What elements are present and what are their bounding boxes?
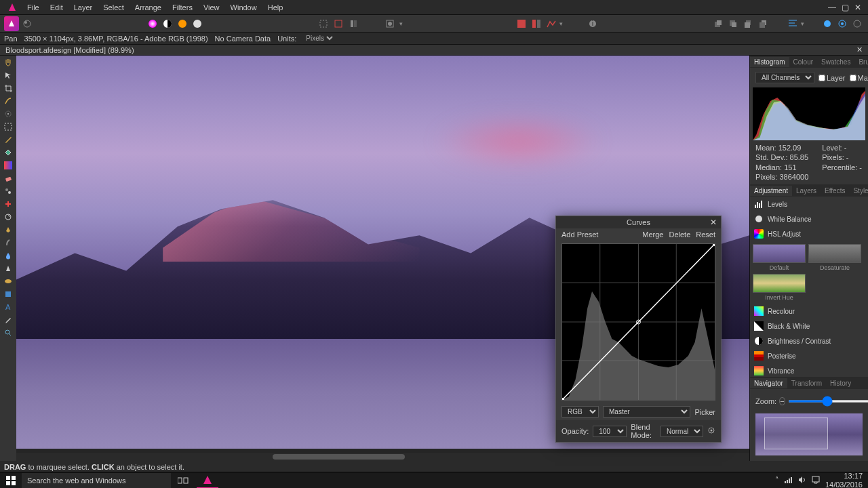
dodge-tool-icon[interactable]	[2, 211, 14, 222]
zoom-slider[interactable]	[788, 400, 868, 403]
curves-titlebar[interactable]: Curves ✕	[556, 216, 721, 228]
arrange-1-icon[interactable]	[711, 17, 725, 30]
blur-tool-icon[interactable]	[2, 250, 14, 261]
grid-3-icon[interactable]	[545, 17, 558, 30]
paint-brush-icon[interactable]	[2, 134, 14, 145]
tab-colour[interactable]: Colour	[789, 57, 817, 67]
zoom-out-icon[interactable]: −	[779, 397, 785, 405]
menu-layer[interactable]: Layer	[68, 1, 98, 14]
opacity-value[interactable]: 100 %	[593, 426, 627, 437]
arrange-2-icon[interactable]	[726, 17, 740, 30]
maximize-icon[interactable]: ▢	[842, 3, 849, 12]
adj-brightness-contrast[interactable]: Brightness / Contrast	[750, 333, 868, 348]
info-icon[interactable]: i	[586, 17, 599, 30]
tab-history[interactable]: History	[826, 378, 855, 388]
adj-posterise[interactable]: Posterise	[750, 348, 868, 363]
quick-mask-icon[interactable]	[383, 17, 397, 30]
minimize-icon[interactable]: —	[828, 3, 836, 12]
start-button[interactable]	[0, 472, 22, 489]
tray-volume-icon[interactable]	[798, 476, 806, 485]
menu-window[interactable]: Window	[225, 1, 262, 14]
curves-channel-select[interactable]: RGB	[561, 406, 599, 418]
tab-brushes[interactable]: Brushes	[854, 57, 868, 67]
curves-master-select[interactable]: Master	[603, 406, 690, 418]
color-circle-2-icon[interactable]	[191, 17, 204, 30]
flood-select-icon[interactable]	[2, 108, 14, 119]
blend-mode-select[interactable]: Normal	[660, 426, 703, 437]
menu-select[interactable]: Select	[98, 1, 130, 14]
zoom-tool-icon[interactable]	[2, 327, 14, 338]
dropdown-arrow-3-icon[interactable]: ▾	[801, 20, 804, 27]
text-tool-icon[interactable]: A	[2, 302, 14, 312]
preset-invert-hue[interactable]: Invert Hue	[753, 274, 806, 301]
color-wheel-icon[interactable]	[146, 17, 159, 30]
snap-2-icon[interactable]	[835, 17, 849, 30]
color-picker-icon[interactable]	[2, 314, 14, 325]
adj-black-white[interactable]: Black & White	[750, 319, 868, 333]
curves-delete[interactable]: Delete	[669, 230, 690, 239]
tab-effects[interactable]: Effects	[821, 186, 849, 196]
color-circle-1-icon[interactable]	[176, 17, 189, 30]
curves-close-icon[interactable]: ✕	[710, 218, 717, 227]
shape-tool-icon[interactable]	[2, 289, 14, 300]
tab-layers[interactable]: Layers	[792, 186, 821, 196]
smudge-tool-icon[interactable]	[2, 237, 14, 248]
arrange-4-icon[interactable]	[756, 17, 770, 30]
adj-vibrance[interactable]: Vibrance	[750, 363, 868, 377]
crop-tool-icon[interactable]	[2, 83, 14, 94]
curves-settings-icon[interactable]	[707, 426, 715, 436]
gradient-tool-icon[interactable]	[2, 160, 14, 171]
adj-hsl[interactable]: HSL Adjust	[750, 226, 868, 241]
adj-levels[interactable]: Levels	[750, 197, 868, 211]
document-close-icon[interactable]: ✕	[856, 45, 863, 54]
taskbar-clock[interactable]: 13:17 14/03/2016	[825, 472, 863, 488]
tray-notifications-icon[interactable]	[812, 476, 820, 485]
selection-brush-icon[interactable]	[2, 96, 14, 106]
histogram-marquee-checkbox[interactable]	[850, 75, 856, 81]
move-tool-icon[interactable]	[2, 70, 14, 81]
tray-network-icon[interactable]	[785, 476, 793, 485]
tray-up-icon[interactable]: ˄	[775, 476, 779, 485]
snap-1-icon[interactable]	[821, 17, 834, 30]
selection-tool-1-icon[interactable]	[317, 17, 330, 30]
hand-tool-icon[interactable]	[2, 57, 14, 68]
split-bw-icon[interactable]	[161, 17, 174, 30]
dropdown-arrow-2-icon[interactable]: ▾	[559, 20, 563, 27]
curves-merge[interactable]: Merge	[642, 230, 663, 239]
selection-tool-2-icon[interactable]	[332, 17, 345, 30]
preset-desaturate[interactable]: Desaturate	[808, 244, 861, 271]
horizontal-scrollbar[interactable]	[16, 453, 749, 461]
fill-tool-icon[interactable]	[2, 147, 14, 158]
curves-reset[interactable]: Reset	[696, 230, 715, 239]
menu-arrange[interactable]: Arrange	[130, 1, 167, 14]
adj-white-balance[interactable]: White Balance	[750, 211, 868, 226]
document-tab[interactable]: Bloodsport.afdesign [Modified] (89.9%) ✕	[0, 45, 868, 56]
clone-tool-icon[interactable]	[2, 186, 14, 197]
tab-styles[interactable]: Styles	[849, 186, 868, 196]
preset-default[interactable]: Default	[753, 244, 806, 271]
dropdown-arrow-icon[interactable]: ▾	[399, 20, 403, 27]
taskbar-app-affinity[interactable]	[197, 472, 218, 489]
tab-histogram[interactable]: Histogram	[750, 57, 789, 67]
align-icon[interactable]	[786, 17, 800, 30]
marquee-tool-icon[interactable]	[2, 121, 14, 132]
navigator-preview[interactable]	[755, 413, 863, 455]
snap-3-icon[interactable]	[850, 17, 864, 30]
menu-edit[interactable]: Edit	[45, 1, 68, 14]
arrange-3-icon[interactable]	[741, 17, 755, 30]
persona-liquify-icon[interactable]	[20, 17, 34, 30]
units-select[interactable]: Pixels	[303, 34, 335, 43]
persona-photo-icon[interactable]	[4, 16, 19, 31]
tab-transform[interactable]: Transform	[787, 378, 826, 388]
adj-recolour[interactable]: Recolour	[750, 304, 868, 319]
curves-add-preset[interactable]: Add Preset	[561, 230, 598, 239]
taskbar-search[interactable]: Search the web and Windows	[22, 473, 171, 488]
curves-graph[interactable]	[561, 243, 715, 401]
tab-adjustment[interactable]: Adjustment	[750, 186, 792, 196]
menu-file[interactable]: File	[22, 1, 45, 14]
menu-filters[interactable]: Filters	[167, 1, 198, 14]
task-view-icon[interactable]	[172, 472, 194, 489]
tab-navigator[interactable]: Navigator	[750, 378, 787, 388]
histogram-layer-checkbox[interactable]	[818, 75, 825, 81]
menu-help[interactable]: Help	[262, 1, 289, 14]
